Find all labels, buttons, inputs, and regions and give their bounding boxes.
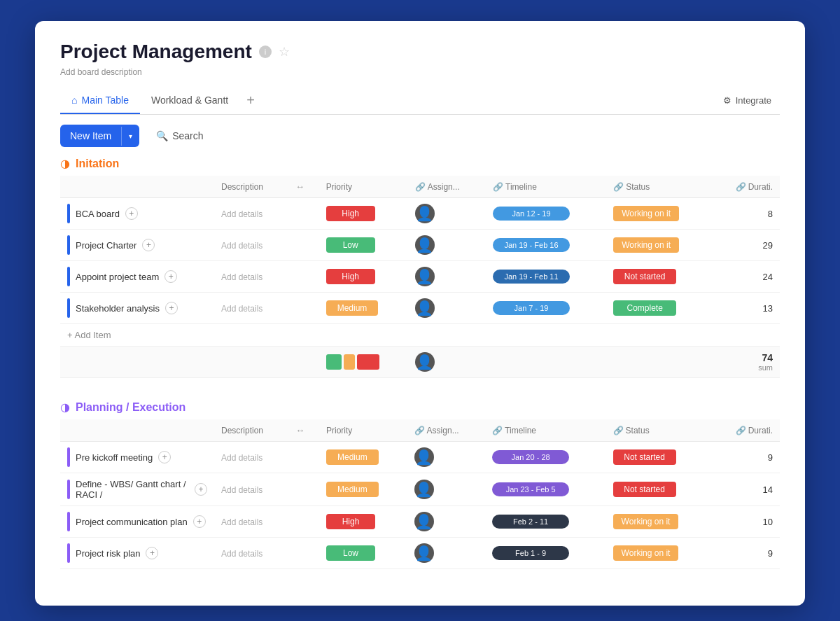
row-bar-1 — [67, 235, 70, 255]
header: Project Management i ☆ Add board descrip… — [35, 21, 805, 115]
p-arrow-cell-2 — [288, 506, 319, 538]
p-description-cell-3[interactable]: Add details — [214, 538, 288, 569]
p-assignee-cell-1: 👤 — [407, 473, 486, 506]
p-duration-cell-2: 10 — [712, 506, 780, 538]
description-cell-0[interactable]: Add details — [214, 198, 288, 230]
description-cell-2[interactable]: Add details — [214, 261, 288, 293]
planning-section-title[interactable]: Planning / Execution — [76, 401, 186, 414]
p-arrow-cell-1 — [288, 473, 319, 506]
avatar-3: 👤 — [415, 298, 435, 318]
new-item-dropdown-arrow[interactable]: ▾ — [121, 127, 139, 146]
col-status: 🔗Status — [606, 176, 712, 198]
p-item-name-cell-0: Pre kickoff meeting + — [60, 442, 214, 473]
sum-bar-low — [326, 354, 342, 370]
p-add-subitem-btn-3[interactable]: + — [146, 547, 158, 559]
add-subitem-btn-0[interactable]: + — [125, 207, 138, 220]
col-name-p — [60, 419, 214, 442]
col-duration-p: 🔗Durati. — [712, 419, 780, 442]
p-description-cell-2[interactable]: Add details — [214, 506, 288, 538]
col-assignee: 🔗Assign... — [408, 176, 486, 198]
avatar-2: 👤 — [415, 267, 435, 286]
item-name-cell-2: Appoint project team + — [60, 261, 214, 293]
p-priority-cell-2: High — [319, 506, 407, 538]
table-row: Appoint project team + Add details High … — [60, 261, 780, 293]
item-name-cell-3: Stakeholder analysis + — [60, 293, 214, 324]
p-duration-cell-1: 14 — [712, 473, 780, 506]
p-timeline-badge-1: Jan 23 - Feb 5 — [492, 482, 569, 496]
page-title: Project Management — [60, 41, 252, 63]
integrate-button[interactable]: ⚙ Integrate — [715, 90, 780, 111]
app-container: Project Management i ☆ Add board descrip… — [35, 21, 805, 606]
search-button[interactable]: 🔍 Search — [148, 125, 211, 147]
p-duration-cell-0: 9 — [712, 442, 780, 473]
arrow-cell-0 — [288, 198, 319, 230]
p-description-cell-1[interactable]: Add details — [214, 473, 288, 506]
add-subitem-btn-1[interactable]: + — [142, 239, 155, 251]
p-priority-cell-1: Medium — [319, 473, 407, 506]
p-arrow-cell-0 — [288, 442, 319, 473]
assignee-cell-2: 👤 — [408, 261, 486, 293]
p-item-name-cell-2: Project communication plan + — [60, 506, 214, 538]
add-item-label[interactable]: + Add Item — [60, 324, 288, 347]
p-description-cell-0[interactable]: Add details — [214, 442, 288, 473]
initiation-section: ◑ Initation Description ↔ Priority 🔗Assi… — [60, 157, 780, 378]
p-assignee-cell-2: 👤 — [407, 506, 486, 538]
priority-cell-2: High — [319, 261, 408, 293]
initiation-section-title[interactable]: Initation — [76, 158, 119, 170]
assignee-cell-3: 👤 — [408, 293, 486, 324]
add-subitem-btn-3[interactable]: + — [165, 302, 178, 314]
star-icon[interactable]: ☆ — [279, 44, 290, 60]
col-timeline-p: 🔗Timeline — [485, 419, 606, 442]
tab-add-button[interactable]: + — [239, 87, 262, 114]
timeline-badge-3: Jan 7 - 19 — [493, 301, 570, 315]
row-bar-0 — [67, 204, 70, 223]
info-icon[interactable]: i — [259, 46, 272, 58]
planning-table: Description ↔ Priority 🔗Assign... 🔗Timel… — [60, 419, 780, 569]
p-row-bar-1 — [67, 480, 70, 499]
tab-main-table[interactable]: ⌂ Main Table — [60, 88, 140, 114]
col-priority-p: Priority — [319, 419, 407, 442]
content: ◑ Initation Description ↔ Priority 🔗Assi… — [35, 157, 805, 606]
sum-value: 74 — [719, 352, 773, 363]
table-row: Pre kickoff meeting + Add details Medium… — [60, 442, 780, 473]
col-duration: 🔗Durati. — [712, 176, 780, 198]
planning-section-icon: ◑ — [60, 400, 70, 414]
timeline-cell-0: Jan 12 - 19 — [486, 198, 606, 230]
p-priority-badge-2: High — [326, 514, 375, 529]
col-assignee-p: 🔗Assign... — [407, 419, 486, 442]
p-add-subitem-btn-1[interactable]: + — [195, 483, 207, 496]
new-item-button[interactable]: New Item ▾ — [60, 125, 139, 147]
summary-row: 👤 74 sum — [60, 347, 780, 378]
description-cell-3[interactable]: Add details — [214, 293, 288, 324]
tab-workload-gantt[interactable]: Workload & Gantt — [140, 88, 239, 114]
p-status-cell-2: Working on it — [606, 506, 712, 538]
p-timeline-badge-0: Jan 20 - 28 — [492, 450, 569, 464]
status-badge-2: Not started — [613, 269, 676, 284]
avatar-summary: 👤 — [415, 352, 435, 372]
priority-cell-1: Low — [319, 230, 408, 261]
duration-cell-2: 24 — [712, 261, 780, 293]
add-subitem-btn-2[interactable]: + — [164, 270, 177, 283]
table-row: Stakeholder analysis + Add details Mediu… — [60, 293, 780, 324]
p-add-subitem-btn-2[interactable]: + — [193, 515, 206, 528]
status-badge-3: Complete — [613, 300, 676, 316]
col-status-p: 🔗Status — [606, 419, 712, 442]
p-status-cell-1: Not started — [606, 473, 712, 506]
tabs-row: ⌂ Main Table Workload & Gantt + ⚙ Integr… — [60, 87, 780, 115]
p-row-bar-2 — [67, 512, 70, 531]
p-duration-cell-3: 9 — [712, 538, 780, 569]
planning-section-header: ◑ Planning / Execution — [60, 400, 780, 414]
priority-badge-0: High — [326, 206, 375, 221]
p-avatar-0: 👤 — [414, 447, 434, 467]
board-description[interactable]: Add board description — [60, 67, 780, 77]
p-add-subitem-btn-0[interactable]: + — [158, 451, 171, 463]
add-item-row[interactable]: + Add Item — [60, 324, 780, 347]
priority-summary — [326, 354, 401, 370]
col-priority: Priority — [319, 176, 408, 198]
p-assignee-cell-0: 👤 — [407, 442, 486, 473]
priority-badge-3: Medium — [326, 300, 379, 316]
timeline-badge-1: Jan 19 - Feb 16 — [493, 238, 570, 252]
initiation-table-header-row: Description ↔ Priority 🔗Assign... 🔗Timel… — [60, 176, 780, 198]
description-cell-1[interactable]: Add details — [214, 230, 288, 261]
col-description: Description — [214, 176, 288, 198]
